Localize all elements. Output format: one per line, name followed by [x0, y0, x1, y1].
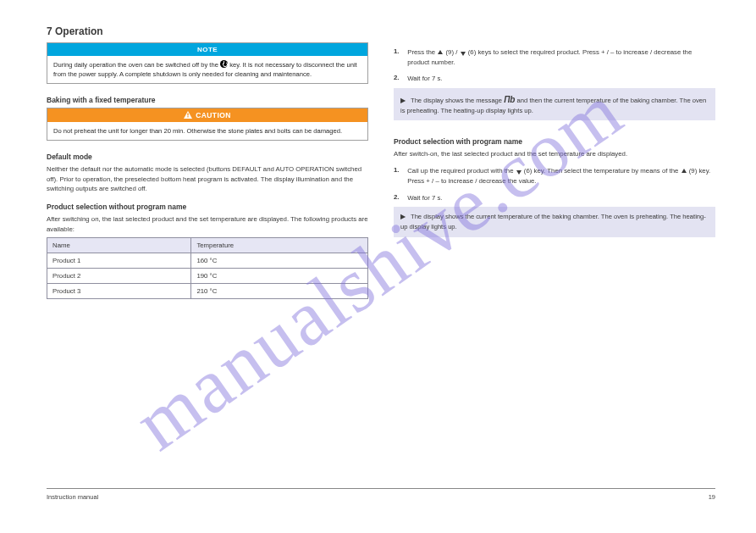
- default-mode-text: Neither the default nor the automatic mo…: [47, 164, 368, 194]
- right-column: 1. Press the (9) / (6) keys to select th…: [394, 24, 715, 495]
- default-mode-heading: Default mode: [47, 153, 368, 161]
- note-box: NOTE During daily operation the oven can…: [47, 42, 368, 84]
- procedure-result: ▶The display shows the message Пb and th…: [394, 88, 715, 120]
- step-number: 2.: [394, 193, 406, 201]
- col-header-name: Name: [47, 238, 191, 253]
- page-content: 7 Operation NOTE During daily operation …: [47, 24, 715, 495]
- arrow-down-icon: [461, 52, 466, 56]
- caution-body: Do not preheat the unit for longer than …: [47, 122, 367, 140]
- arrow-up-icon: [682, 169, 687, 173]
- cell-temp: 190 °C: [191, 269, 368, 284]
- note-body: During daily operation the oven can be s…: [47, 56, 367, 83]
- procedure-result: ▶The display shows the current temperatu…: [394, 207, 715, 236]
- procedure-step: 1. Call up the required product with the…: [394, 166, 715, 186]
- note-text-1: During daily operation the oven can be s…: [53, 61, 220, 69]
- step-text: Wait for 7 s.: [407, 193, 714, 203]
- left-column: 7 Operation NOTE During daily operation …: [47, 24, 368, 495]
- svg-rect-2: [188, 116, 189, 117]
- caution-label: CAUTION: [196, 111, 231, 119]
- cell-product: Product 3: [47, 284, 191, 299]
- cell-product: Product 1: [47, 253, 191, 269]
- section-heading: 7 Operation: [47, 25, 368, 37]
- procedure-step: 2. Wait for 7 s.: [394, 193, 715, 203]
- warning-triangle-icon: [184, 111, 192, 119]
- procedure-step: 1. Press the (9) / (6) keys to select th…: [394, 47, 715, 67]
- caution-box: CAUTION Do not preheat the unit for long…: [47, 108, 368, 141]
- table-header-row: Name Temperature: [47, 238, 368, 253]
- procedure-step: 2. Wait for 7 s.: [394, 74, 715, 84]
- product-sel-heading: Product selection without program name: [47, 203, 368, 211]
- proc2-heading: Product selection with program name: [394, 137, 715, 146]
- product-table: Name Temperature Product 1 160 °C Produc…: [47, 237, 368, 299]
- text-fragment: (6) key. Then select the temperature by …: [522, 167, 681, 175]
- arrow-up-icon: [438, 50, 443, 54]
- product-sel-text: After switching on, the last selected pr…: [47, 214, 368, 234]
- arrow-down-icon: [516, 170, 521, 175]
- cell-temp: 210 °C: [191, 284, 368, 299]
- result-text-1: ▶The display shows the message: [400, 97, 504, 104]
- step-text: Call up the required product with the (6…: [407, 166, 714, 186]
- step-number: 1.: [394, 47, 406, 55]
- text-fragment: Press the: [407, 48, 437, 56]
- power-icon: [220, 60, 228, 68]
- caution-header: CAUTION: [47, 108, 367, 122]
- step-text: Press the (9) / (6) keys to select the r…: [407, 47, 714, 67]
- proc2-intro: After switch-on, the last selected produ…: [394, 149, 715, 159]
- table-row: Product 3 210 °C: [47, 284, 368, 299]
- table-row: Product 1 160 °C: [47, 253, 368, 269]
- step-text: Wait for 7 s.: [407, 74, 714, 84]
- result-text: The display shows the current temperatur…: [400, 213, 706, 230]
- note-header: NOTE: [47, 43, 367, 56]
- svg-rect-1: [188, 114, 189, 116]
- result-arrow-icon: ▶: [400, 213, 406, 220]
- text-fragment: (9) /: [444, 48, 459, 56]
- col-header-temp: Temperature: [191, 238, 368, 253]
- step-number: 2.: [394, 74, 406, 81]
- table-row: Product 2 190 °C: [47, 269, 368, 284]
- text-fragment: Call up the required product with the: [407, 167, 515, 175]
- baking-heading: Baking with a fixed temperature: [47, 96, 368, 104]
- cell-temp: 160 °C: [191, 253, 368, 269]
- display-glyph: Пb: [504, 95, 515, 104]
- step-number: 1.: [394, 166, 406, 174]
- cell-product: Product 2: [47, 269, 191, 284]
